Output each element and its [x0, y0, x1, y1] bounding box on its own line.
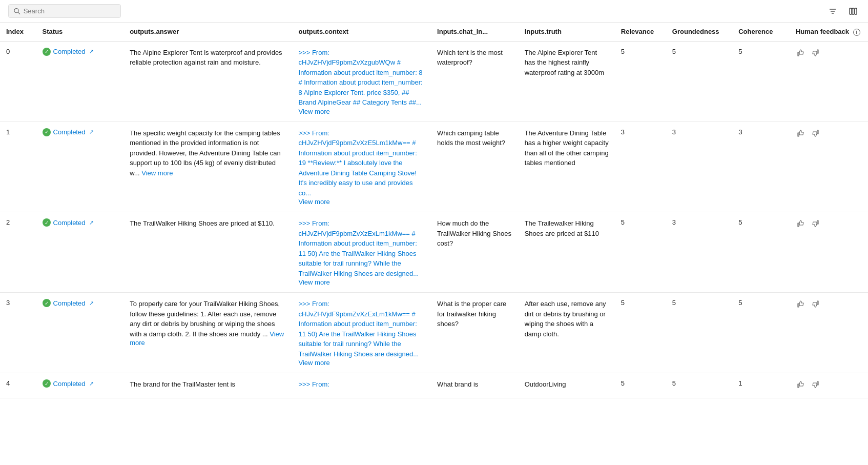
cell-answer: The TrailWalker Hiking Shoes are priced … [123, 212, 292, 293]
thumbs-up-button[interactable] [796, 48, 806, 60]
external-link-icon[interactable]: ↗ [89, 300, 94, 307]
thumbs-down-button[interactable] [810, 128, 820, 140]
thumbs-down-icon [811, 219, 819, 228]
groundedness-value: 5 [672, 299, 676, 307]
cell-coherence: 1 [732, 373, 790, 398]
toolbar-actions [829, 8, 860, 15]
status-badge: ✓ Completed ↗ [43, 128, 118, 136]
status-text: Completed [53, 128, 86, 136]
truth-text: OutdoorLiving [525, 380, 566, 388]
table-row: 4 ✓ Completed ↗ The brand for the TrailM… [0, 373, 868, 398]
toolbar [0, 0, 868, 23]
context-view-more[interactable]: View more [299, 359, 330, 367]
completed-icon: ✓ [43, 299, 51, 307]
chat-in-text: How much do the TrailWalker Hiking Shoes… [437, 219, 511, 247]
context-view-more[interactable]: View more [299, 278, 330, 286]
feedback-info-icon: i [853, 29, 860, 36]
cell-index: 2 [0, 212, 36, 293]
thumbs-up-button[interactable] [796, 299, 806, 311]
columns-icon [849, 8, 857, 15]
cell-answer: The specific weight capacity for the cam… [123, 122, 292, 212]
context-text: >>> From: cHJvZHVjdF9pbmZvXzE5Lm1kMw== #… [299, 129, 417, 197]
thumbs-up-button[interactable] [796, 218, 806, 231]
status-text: Completed [53, 48, 86, 55]
answer-text: The TrailWalker Hiking Shoes are priced … [130, 219, 275, 227]
cell-coherence: 5 [732, 293, 790, 373]
cell-truth: The Trailewalker Hiking Shoes are priced… [519, 212, 615, 293]
cell-groundedness: 3 [666, 212, 732, 293]
thumbs-up-icon [797, 219, 805, 228]
cell-chat-in: Which camping table holds the most weigh… [431, 122, 519, 212]
truth-text: The Adventure Dining Table has a higher … [525, 129, 609, 167]
cell-relevance: 5 [615, 373, 666, 398]
thumbs-up-button[interactable] [796, 128, 806, 140]
cell-status: ✓ Completed ↗ [36, 212, 124, 293]
cell-truth: The Adventure Dining Table has a higher … [519, 122, 615, 212]
cell-relevance: 5 [615, 41, 666, 122]
cell-relevance: 5 [615, 293, 666, 373]
answer-view-more[interactable]: View more [141, 169, 173, 177]
search-input[interactable] [24, 7, 115, 15]
groundedness-value: 5 [672, 48, 676, 55]
context-view-more[interactable]: View more [299, 108, 330, 115]
thumbs-down-icon [811, 300, 819, 308]
cell-answer: The Alpine Explorer Tent is waterproof a… [123, 41, 292, 122]
context-text: >>> From: cHJvZHVjdF9pbmZvXzExLm1kMw== #… [299, 300, 419, 358]
thumbs-down-button[interactable] [810, 48, 820, 60]
filter-icon [829, 8, 836, 15]
completed-icon: ✓ [43, 218, 51, 227]
external-link-icon[interactable]: ↗ [89, 380, 94, 387]
cell-feedback [790, 41, 868, 122]
completed-icon: ✓ [43, 48, 51, 56]
completed-icon: ✓ [43, 379, 51, 388]
cell-feedback [790, 373, 868, 398]
relevance-value: 5 [621, 48, 625, 55]
completed-icon: ✓ [43, 128, 51, 136]
cell-context: >>> From: cHJvZHVjdF9pbmZvXzExLm1kMw== #… [293, 212, 431, 293]
filter-button[interactable] [829, 8, 839, 15]
search-icon [14, 8, 20, 15]
groundedness-value: 5 [672, 379, 676, 387]
external-link-icon[interactable]: ↗ [89, 48, 94, 55]
external-link-icon[interactable]: ↗ [89, 219, 94, 226]
truth-text: The Trailewalker Hiking Shoes are priced… [525, 219, 599, 237]
thumbs-down-button[interactable] [810, 379, 820, 392]
svg-rect-7 [855, 8, 857, 14]
context-text: >>> From: cHJvZHVjdF9pbmZvXzExLm1kMw== #… [299, 219, 419, 277]
cell-feedback [790, 122, 868, 212]
cell-index: 4 [0, 373, 36, 398]
thumbs-up-icon [797, 129, 805, 137]
cell-truth: After each use, remove any dirt or debri… [519, 293, 615, 373]
truth-text: After each use, remove any dirt or debri… [525, 300, 606, 338]
cell-relevance: 3 [615, 122, 666, 212]
chat-in-text: Which tent is the most waterproof? [437, 49, 503, 67]
cell-feedback [790, 293, 868, 373]
cell-groundedness: 3 [666, 122, 732, 212]
coherence-value: 3 [738, 128, 742, 136]
feedback-icons [796, 128, 862, 140]
thumbs-down-button[interactable] [810, 218, 820, 231]
cell-index: 1 [0, 122, 36, 212]
status-text: Completed [53, 299, 86, 307]
columns-button[interactable] [849, 8, 860, 15]
data-table-container: Index Status outputs.answer outputs.cont… [0, 23, 868, 398]
svg-rect-5 [850, 8, 852, 14]
context-view-more[interactable]: View more [299, 198, 330, 206]
svg-rect-6 [852, 8, 854, 14]
table-row: 1 ✓ Completed ↗ The specific weight capa… [0, 122, 868, 212]
col-header-answer: outputs.answer [123, 23, 292, 41]
cell-index: 3 [0, 293, 36, 373]
feedback-icons [796, 299, 862, 311]
cell-groundedness: 5 [666, 293, 732, 373]
external-link-icon[interactable]: ↗ [89, 129, 94, 135]
thumbs-down-button[interactable] [810, 299, 820, 311]
thumbs-down-icon [811, 129, 819, 137]
cell-status: ✓ Completed ↗ [36, 41, 124, 122]
search-box[interactable] [8, 4, 121, 18]
cell-context: >>> From: cHJvZHVjdF9pbmZvXzgubWQw # Inf… [293, 41, 431, 122]
cell-chat-in: What brand is [431, 373, 519, 398]
thumbs-up-button[interactable] [796, 379, 806, 392]
relevance-value: 3 [621, 128, 625, 136]
coherence-value: 5 [738, 218, 742, 226]
chat-in-text: What is the proper care for trailwalker … [437, 300, 506, 328]
